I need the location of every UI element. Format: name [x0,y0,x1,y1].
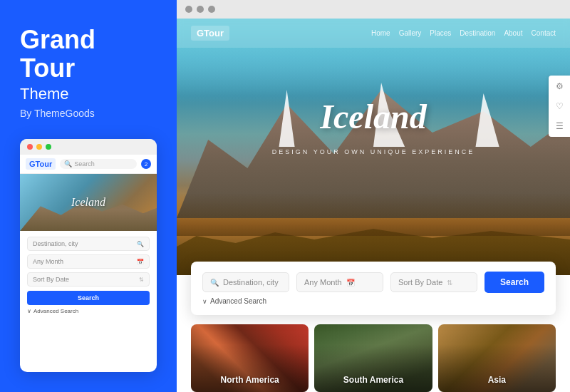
main-nav: GTour Home Gallery Places Destination Ab… [177,19,570,48]
mini-month-field[interactable]: Any Month 📅 [27,254,150,269]
mini-titlebar [20,139,157,155]
browser-content: Iceland DESIGN YOUR OWN UNIQUE EXPERIENC… [177,19,570,392]
settings-icon-btn[interactable]: ⚙ [551,78,567,94]
month-placeholder: Any Month [304,278,342,287]
search-fields-row: 🔍 Destination, city Any Month 📅 Sort By … [202,272,544,293]
nav-links: Home Gallery Places Destination About Co… [371,29,556,37]
mini-advanced-search[interactable]: ∨ Advanced Search [27,308,150,314]
brand-by: By ThemeGoods [20,108,157,119]
advanced-search-link[interactable]: ∨ Advanced Search [202,297,544,305]
sort-field[interactable]: Sort By Date ⇅ [390,272,477,292]
menu-icon-btn[interactable]: ☰ [551,118,567,134]
main-hero: Iceland DESIGN YOUR OWN UNIQUE EXPERIENC… [177,19,570,275]
heart-icon-btn[interactable]: ♡ [551,98,567,114]
mini-hero-title: Iceland [71,196,105,209]
mini-search-button[interactable]: Search [27,291,150,305]
hero-subtitle: DESIGN YOUR OWN UNIQUE EXPERIENCE [272,148,475,155]
brand-subtitle: Theme [20,85,157,103]
mini-search-icon: 🔍 [64,160,72,167]
nav-home[interactable]: Home [371,29,390,37]
card-asia[interactable]: Asia [438,324,556,392]
north-america-label: North America [191,375,309,385]
mini-dest-icon: 🔍 [137,241,144,247]
mini-sort-field[interactable]: Sort By Date ⇅ [27,272,150,287]
hero-title: Iceland [320,96,426,135]
sort-placeholder: Sort By Date [398,278,442,287]
mini-search-text: Search [74,160,95,167]
mini-dest-field[interactable]: Destination, city 🔍 [27,237,150,251]
nav-contact[interactable]: Contact [532,29,556,37]
mini-nav: GTour 🔍 Search 2 [20,155,157,174]
right-panel: Iceland DESIGN YOUR OWN UNIQUE EXPERIENC… [177,0,570,392]
dest-placeholder: Destination, city [223,278,279,287]
mini-dot-green [46,144,51,150]
mini-badge: 2 [141,159,151,169]
search-button[interactable]: Search [484,272,544,293]
browser-dot-3 [208,6,215,13]
mini-sort-icon: ⇅ [139,277,144,283]
left-panel: GrandTour Theme By ThemeGoods GTour 🔍 Se… [0,0,177,392]
month-field[interactable]: Any Month 📅 [296,272,383,292]
destination-cards: North America South America Asia [191,324,556,392]
mini-search-form: Destination, city 🔍 Any Month 📅 Sort By … [20,231,157,320]
mini-browser-mockup: GTour 🔍 Search 2 Iceland Destination, ci… [20,139,157,372]
mini-hero-image: Iceland [20,174,157,231]
hero-trees [177,193,570,236]
chevron-down-icon: ∨ [202,298,207,305]
brand-title: GrandTour [20,26,157,82]
calendar-icon: 📅 [346,279,355,287]
sidebar-icons: ⚙ ♡ ☰ [549,76,570,137]
browser-dot-1 [185,6,192,13]
sort-icon: ⇅ [447,279,452,287]
card-south-america[interactable]: South America [314,324,432,392]
mini-dot-red [27,144,33,150]
card-north-america[interactable]: North America [191,324,309,392]
south-america-label: South America [314,375,432,385]
browser-dot-2 [197,6,204,13]
nav-places[interactable]: Places [430,29,451,37]
mini-dot-yellow [36,144,42,150]
nav-about[interactable]: About [504,29,522,37]
advanced-search-text: Advanced Search [210,297,266,305]
mini-cal-icon: 📅 [137,259,144,265]
asia-label: Asia [438,375,556,385]
mini-search-bar[interactable]: 🔍 Search [60,159,137,169]
search-overlay: 🔍 Destination, city Any Month 📅 Sort By … [191,262,556,315]
nav-logo[interactable]: GTour [191,26,229,41]
dest-search-icon: 🔍 [210,279,219,287]
mini-logo: GTour [26,158,56,170]
browser-titlebar [177,0,570,19]
destination-field[interactable]: 🔍 Destination, city [202,272,289,292]
nav-gallery[interactable]: Gallery [399,29,422,37]
mini-chevron-icon: ∨ [27,308,31,314]
nav-destination[interactable]: Destination [460,29,495,37]
